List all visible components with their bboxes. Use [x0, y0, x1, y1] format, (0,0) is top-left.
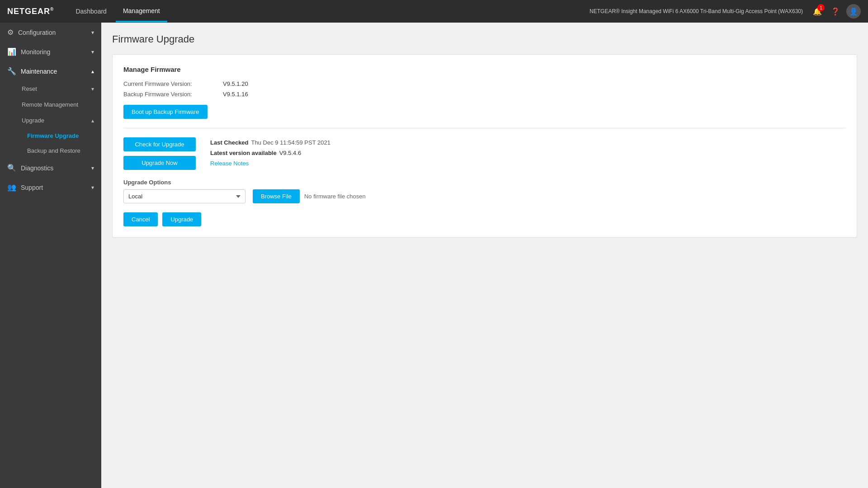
- action-buttons: Cancel Upgrade: [123, 212, 846, 226]
- backup-firmware-row: Backup Firmware Version: V9.5.1.16: [123, 91, 846, 98]
- nav-dashboard[interactable]: Dashboard: [68, 1, 114, 21]
- latest-version-row: Latest version available V9.5.4.6: [210, 150, 330, 156]
- latest-version-value: V9.5.4.6: [279, 150, 301, 156]
- chevron-down-icon: ▾: [91, 86, 94, 92]
- sidebar-item-support[interactable]: 👥 Support ▾: [0, 178, 101, 197]
- wrench-icon: 🔧: [7, 67, 16, 75]
- gear-icon: ⚙: [7, 28, 14, 37]
- sidebar-item-firmware-upgrade[interactable]: Firmware Upgrade: [0, 128, 101, 143]
- browse-file-button[interactable]: Browse File: [253, 189, 300, 203]
- upgrade-top-area: Check for Upgrade Upgrade Now Last Check…: [123, 137, 846, 170]
- options-row: Local Browse File No firmware file chose…: [123, 189, 846, 203]
- sidebar-item-configuration[interactable]: ⚙ Configuration ▾: [0, 23, 101, 42]
- chevron-up-icon: ▴: [91, 68, 94, 75]
- layout: ⚙ Configuration ▾ 📊 Monitoring ▾ 🔧 Maint…: [0, 23, 868, 488]
- user-button[interactable]: 👤: [846, 4, 861, 19]
- upgrade-options-label: Upgrade Options: [123, 179, 846, 186]
- chevron-down-icon: ▾: [91, 165, 94, 171]
- backup-firmware-label: Backup Firmware Version:: [123, 91, 223, 98]
- sidebar-label-configuration: Configuration: [18, 29, 56, 36]
- page-title: Firmware Upgrade: [112, 33, 857, 45]
- sidebar-label-support: Support: [21, 184, 43, 191]
- chevron-down-icon: ▾: [91, 184, 94, 191]
- device-name: NETGEAR® Insight Managed WiFi 6 AX6000 T…: [590, 8, 803, 14]
- notification-bell-button[interactable]: 🔔 1: [810, 4, 825, 19]
- check-upgrade-button[interactable]: Check for Upgrade: [123, 137, 196, 151]
- monitoring-icon: 📊: [7, 47, 16, 56]
- upgrade-buttons-area: Check for Upgrade Upgrade Now: [123, 137, 196, 170]
- chevron-right-icon: ▾: [91, 49, 94, 55]
- current-firmware-label: Current Firmware Version:: [123, 80, 223, 87]
- sidebar-label-maintenance: Maintenance: [21, 68, 57, 75]
- section-divider: [123, 128, 846, 128]
- latest-version-label: Latest version available: [210, 150, 277, 156]
- nav-management[interactable]: Management: [116, 1, 167, 22]
- no-file-text: No firmware file chosen: [304, 193, 366, 200]
- sidebar-item-reset[interactable]: Reset ▾: [0, 81, 101, 97]
- boot-backup-area: Boot up Backup Firmware: [123, 105, 846, 119]
- firmware-card: Manage Firmware Current Firmware Version…: [112, 54, 857, 238]
- manage-firmware-title: Manage Firmware: [123, 66, 846, 73]
- manage-firmware-section: Manage Firmware Current Firmware Version…: [123, 66, 846, 119]
- last-checked-label: Last Checked: [210, 139, 249, 146]
- search-icon: 🔍: [7, 164, 16, 172]
- notification-badge: 1: [817, 4, 825, 11]
- sidebar-label-monitoring: Monitoring: [21, 48, 50, 56]
- last-checked-value: Thu Dec 9 11:54:59 PST 2021: [251, 139, 330, 146]
- current-firmware-row: Current Firmware Version: V9.5.1.20: [123, 80, 846, 87]
- chevron-down-icon: ▾: [91, 29, 94, 36]
- sidebar-label-remote-management: Remote Management: [22, 101, 78, 108]
- help-button[interactable]: ❓: [828, 4, 843, 19]
- nav-links: Dashboard Management: [68, 1, 590, 22]
- sidebar-item-maintenance[interactable]: 🔧 Maintenance ▴: [0, 61, 101, 81]
- logo: NETGEAR®: [7, 7, 54, 16]
- chevron-up-icon: ▴: [91, 117, 94, 124]
- release-notes-link[interactable]: Release Notes: [210, 160, 330, 167]
- upgrade-info-area: Last Checked Thu Dec 9 11:54:59 PST 2021…: [210, 137, 330, 170]
- sidebar-maintenance-sub: Reset ▾ Remote Management Upgrade ▴ Firm…: [0, 81, 101, 158]
- current-firmware-value: V9.5.1.20: [223, 80, 248, 87]
- upgrade-options-section: Upgrade Options Local Browse File No fir…: [123, 179, 846, 203]
- last-checked-row: Last Checked Thu Dec 9 11:54:59 PST 2021: [210, 139, 330, 146]
- sidebar-label-diagnostics: Diagnostics: [21, 164, 53, 172]
- sidebar: ⚙ Configuration ▾ 📊 Monitoring ▾ 🔧 Maint…: [0, 23, 101, 488]
- upgrade-options-dropdown[interactable]: Local: [123, 189, 245, 203]
- topnav: NETGEAR® Dashboard Management NETGEAR® I…: [0, 0, 868, 23]
- upgrade-section: Check for Upgrade Upgrade Now Last Check…: [123, 137, 846, 226]
- sidebar-label-firmware-upgrade: Firmware Upgrade: [27, 132, 79, 139]
- sidebar-label-upgrade: Upgrade: [22, 117, 44, 124]
- sidebar-item-upgrade[interactable]: Upgrade ▴: [0, 113, 101, 128]
- browse-area: Browse File No firmware file chosen: [253, 189, 366, 203]
- header-icons: 🔔 1 ❓ 👤: [810, 4, 861, 19]
- sidebar-label-backup-restore: Backup and Restore: [27, 147, 80, 154]
- upgrade-button[interactable]: Upgrade: [162, 212, 201, 226]
- backup-firmware-value: V9.5.1.16: [223, 91, 248, 98]
- cancel-button[interactable]: Cancel: [123, 212, 158, 226]
- sidebar-label-reset: Reset: [22, 85, 37, 92]
- main-content: Firmware Upgrade Manage Firmware Current…: [101, 23, 868, 488]
- upgrade-now-button[interactable]: Upgrade Now: [123, 156, 196, 170]
- boot-backup-button[interactable]: Boot up Backup Firmware: [123, 105, 208, 119]
- sidebar-item-backup-restore[interactable]: Backup and Restore: [0, 143, 101, 158]
- sidebar-item-diagnostics[interactable]: 🔍 Diagnostics ▾: [0, 158, 101, 178]
- sidebar-item-monitoring[interactable]: 📊 Monitoring ▾: [0, 42, 101, 61]
- support-icon: 👥: [7, 183, 16, 192]
- sidebar-item-remote-management[interactable]: Remote Management: [0, 97, 101, 113]
